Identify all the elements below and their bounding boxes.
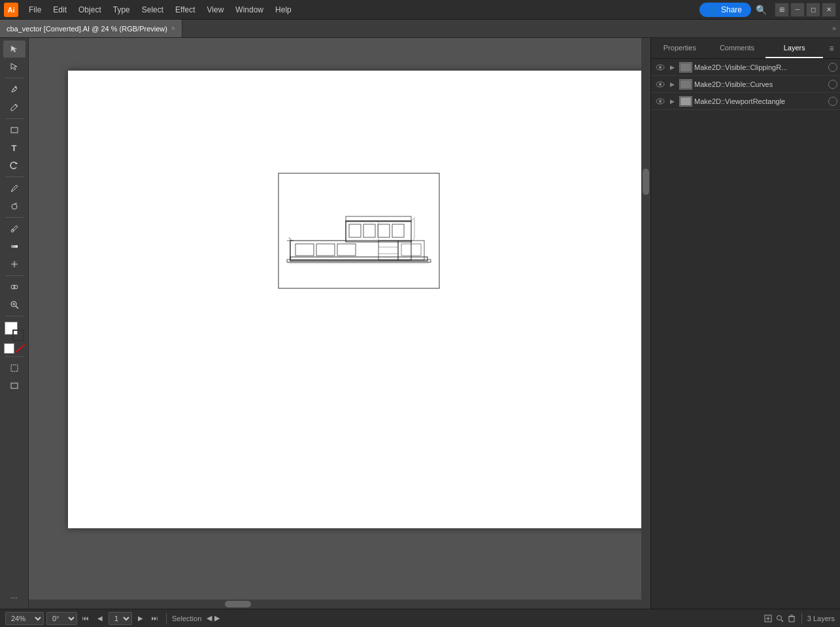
svg-rect-21 [316,244,335,256]
layer-expand-arrow[interactable]: ▶ [667,78,677,91]
selection-tool[interactable] [3,41,25,58]
screen-mode-tool[interactable] [3,377,25,394]
close-button[interactable]: ✕ [822,3,836,17]
toolbar-separator-7 [5,356,24,357]
layer-expand-arrow[interactable]: ▶ [667,61,677,74]
tab-comments[interactable]: Comments [709,38,766,58]
layer-target-circle[interactable] [828,80,837,89]
shape-builder-tool[interactable] [3,279,25,296]
layer-visibility-toggle[interactable] [654,61,667,74]
svg-line-10 [16,306,18,309]
tab-layers[interactable]: Layers [765,38,823,58]
toolbar-separator-3 [5,177,24,177]
zoom-tool[interactable] [3,296,25,313]
window-controls: ⊞ ─ ◻ ✕ [775,3,836,17]
app-logo: Ai [4,3,18,17]
rotate-tool[interactable] [3,157,25,174]
menu-file[interactable]: File [24,4,46,16]
toolbar-separator-4 [5,217,24,218]
direct-selection-tool[interactable] [3,58,25,75]
tab-expand-button[interactable]: » [828,20,840,37]
restore-button[interactable]: ◻ [806,3,820,17]
more-tools-button[interactable]: ··· [3,589,25,606]
canvas-area[interactable] [29,38,650,609]
horizontal-scrollbar[interactable] [29,600,641,609]
eyedropper-tool[interactable] [3,220,25,237]
document-tab[interactable]: cba_vector [Converted].AI @ 24 % (RGB/Pr… [0,20,182,37]
svg-rect-15 [11,383,18,388]
svg-line-38 [289,237,292,241]
tab-close-button[interactable]: × [171,25,175,32]
menu-type[interactable]: Type [108,4,135,16]
rectangle-tool[interactable] [3,122,25,139]
minimize-button[interactable]: ─ [790,3,805,17]
last-artboard-button[interactable]: ⏭ [149,613,161,624]
svg-point-46 [659,66,662,69]
gradient-tool[interactable] [3,238,25,255]
none-indicator[interactable] [16,345,25,352]
svg-rect-26 [378,224,390,237]
layer-visibility-toggle[interactable] [654,78,667,91]
menu-object[interactable]: Object [73,4,107,16]
tab-properties[interactable]: Properties [651,38,709,58]
svg-point-54 [777,615,781,620]
menu-view[interactable]: View [202,4,229,16]
blob-brush-tool[interactable] [3,197,25,214]
panel-grid-button[interactable]: ⊞ [775,3,789,17]
layers-panel: ▶ Make2D::Visible::ClippingR... ▶ Make2D… [651,59,840,609]
menu-bar: Ai File Edit Object Type Select Effect V… [0,0,840,20]
menu-select[interactable]: Select [137,4,169,16]
mesh-tool[interactable] [3,256,25,273]
menu-edit[interactable]: Edit [48,4,72,16]
panel-menu-button[interactable]: ≡ [823,38,840,58]
share-icon: 👤 [709,5,718,14]
svg-rect-24 [349,224,361,237]
stroke-indicator[interactable] [12,330,24,341]
share-button[interactable]: 👤 Share [699,3,751,17]
layer-thumbnail [679,79,692,90]
layer-target-circle[interactable] [828,63,837,72]
svg-line-41 [411,239,414,242]
menu-help[interactable]: Help [270,4,297,16]
layer-target-circle[interactable] [828,97,837,106]
status-bar: 24% 50% 100% 0° 90° ⏮ ◀ 1 ▶ ⏭ Selection … [0,609,840,627]
layer-visibility-toggle[interactable] [654,95,667,108]
search-button[interactable]: 🔍 [752,1,769,18]
svg-rect-20 [295,244,314,256]
artboard-tool[interactable] [3,360,25,377]
layer-item[interactable]: ▶ Make2D::ViewportRectangle [651,93,840,110]
search-layers-button[interactable] [775,614,784,623]
next-arrow[interactable]: ▶ [214,614,220,622]
pencil-tool[interactable] [3,99,25,116]
scroll-handle[interactable] [643,169,649,195]
pen-tool[interactable] [3,81,25,98]
zoom-select[interactable]: 24% 50% 100% [5,612,44,625]
svg-line-39 [411,218,414,221]
status-divider-2 [801,613,802,624]
color-mode-normal[interactable] [4,343,14,354]
svg-line-13 [16,345,25,352]
layer-expand-arrow[interactable]: ▶ [667,95,677,108]
h-scroll-handle[interactable] [225,601,251,607]
delete-layer-button[interactable] [787,614,796,623]
layer-item[interactable]: ▶ Make2D::Visible::ClippingR... [651,59,840,76]
layer-name: Make2D::ViewportRectangle [694,97,828,105]
paintbrush-tool[interactable] [3,180,25,197]
layer-thumbnail [679,96,692,107]
vertical-scrollbar[interactable] [641,38,650,609]
artboard-select[interactable]: 1 [109,612,132,625]
menu-effect[interactable]: Effect [170,4,200,16]
svg-rect-14 [11,365,18,371]
prev-artboard-button[interactable]: ◀ [94,613,106,624]
share-label: Share [721,5,742,14]
toolbar-separator-6 [5,316,24,316]
new-layer-button[interactable] [764,614,773,623]
layer-name: Make2D::Visible::ClippingR... [694,63,828,71]
layer-item[interactable]: ▶ Make2D::Visible::Curves [651,76,840,93]
angle-select[interactable]: 0° 90° [46,612,77,625]
first-artboard-button[interactable]: ⏮ [80,613,92,624]
next-artboard-button[interactable]: ▶ [135,613,146,624]
menu-window[interactable]: Window [230,4,269,16]
type-tool[interactable]: T [3,139,25,156]
prev-arrow[interactable]: ◀ [207,614,212,622]
